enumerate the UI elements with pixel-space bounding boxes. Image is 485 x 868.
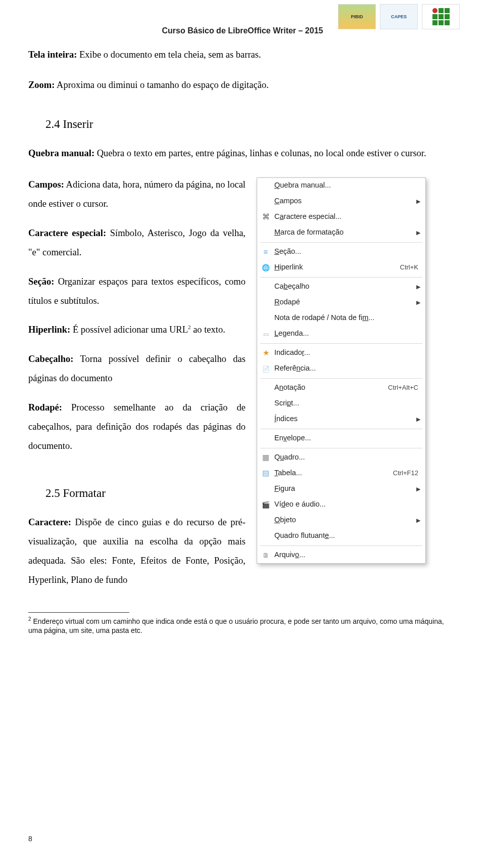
- left-column: Campos: Adiciona data, hora, número da p…: [28, 175, 246, 592]
- menu-item[interactable]: Legenda...: [257, 326, 425, 342]
- para-quebra: Quebra manual: Quebra o texto em partes,…: [28, 144, 457, 163]
- label-tela: Tela inteira:: [28, 50, 77, 60]
- menu-item-label: Figura: [274, 485, 415, 493]
- menu-shortcut: Ctrl+K: [400, 264, 421, 271]
- ifrn-logo: [422, 4, 460, 29]
- para-caractere-esp: Caractere especial: Símbolo, Asterisco, …: [28, 224, 246, 262]
- text-tela: Exibe o documento em tela cheia, sem as …: [77, 50, 261, 60]
- menu-separator: [260, 429, 422, 429]
- submenu-arrow-icon: ▶: [415, 284, 421, 290]
- para-cabecalho: Cabeçalho: Torna possível definir o cabe…: [28, 350, 246, 388]
- menu-item-label: Envelope...: [274, 434, 421, 442]
- menu-separator: [260, 545, 422, 546]
- menu-item-label: Quebra manual...: [274, 181, 421, 190]
- menu-item[interactable]: Índices▶: [257, 412, 425, 427]
- label-rodape: Rodapé:: [28, 402, 62, 413]
- menu-item[interactable]: Rodapé▶: [257, 295, 425, 310]
- right-column: Quebra manual...Campos▶Caractere especia…: [257, 175, 426, 564]
- menu-item[interactable]: Cabeçalho▶: [257, 279, 425, 295]
- submenu-arrow-icon: ▶: [415, 416, 421, 422]
- footnote-2: 2 Endereço virtual com um caminho que in…: [0, 616, 485, 635]
- menu-item-label: Nota de rodapé / Nota de fim...: [274, 314, 421, 322]
- menu-item-label: Caractere especial...: [274, 213, 421, 221]
- menu-item-label: Objeto: [274, 516, 415, 524]
- menu-item[interactable]: Nota de rodapé / Nota de fim...: [257, 310, 425, 326]
- page-header: Curso Básico de LibreOffice Writer – 201…: [0, 0, 485, 45]
- pibid-logo: PIBID: [338, 4, 376, 29]
- menu-item[interactable]: Vídeo e áudio...: [257, 497, 425, 513]
- menu-item-label: Vídeo e áudio...: [274, 500, 421, 509]
- submenu-arrow-icon: ▶: [415, 230, 421, 236]
- video-icon: [257, 500, 274, 509]
- menu-item[interactable]: Arquivo...: [257, 547, 425, 563]
- legend-icon: [257, 330, 274, 338]
- table-icon: [257, 469, 274, 478]
- page-number: 8: [28, 835, 32, 843]
- label-quebra: Quebra manual:: [28, 148, 94, 158]
- text-quebra: Quebra o texto em partes, entre páginas,…: [94, 148, 426, 158]
- menu-item[interactable]: Tabela...Ctrl+F12: [257, 466, 425, 481]
- para-caractere: Caractere: Dispõe de cinco guias e do re…: [28, 513, 246, 590]
- menu-item[interactable]: Objeto▶: [257, 513, 425, 528]
- menu-item-label: Índices: [274, 415, 415, 423]
- submenu-arrow-icon: ▶: [415, 299, 421, 305]
- frame-icon: [257, 453, 274, 462]
- footnote-separator: [28, 612, 129, 613]
- menu-item-label: Anotação: [274, 384, 388, 392]
- menu-item[interactable]: Referência...: [257, 361, 425, 377]
- menu-item-label: Rodapé: [274, 298, 415, 306]
- ref-icon: [257, 364, 274, 373]
- menu-shortcut: Ctrl+F12: [393, 470, 421, 477]
- logo-row: PIBID CAPES: [338, 4, 460, 29]
- menu-item-label: Indicador...: [274, 349, 421, 357]
- menu-separator: [260, 448, 422, 448]
- text-hiperlink-post: ao texto.: [191, 325, 225, 335]
- text-zoom: Aproxima ou diminui o tamanho do espaço …: [55, 80, 268, 90]
- inserir-menu-screenshot: Quebra manual...Campos▶Caractere especia…: [257, 177, 426, 564]
- menu-item[interactable]: Quadro flutuante...: [257, 528, 425, 544]
- menu-item[interactable]: Quebra manual...: [257, 178, 425, 194]
- menu-separator: [260, 378, 422, 379]
- label-secao: Seção:: [28, 277, 54, 287]
- star-icon: [257, 349, 274, 357]
- capes-logo: CAPES: [380, 4, 418, 29]
- menu-item[interactable]: Envelope...: [257, 431, 425, 446]
- submenu-arrow-icon: ▶: [415, 517, 421, 523]
- label-zoom: Zoom:: [28, 80, 55, 90]
- menu-item-label: Quadro flutuante...: [274, 532, 421, 540]
- menu-item[interactable]: Figura▶: [257, 481, 425, 497]
- menu-item-label: Tabela...: [274, 469, 393, 477]
- menu-item-label: Quadro...: [274, 453, 421, 462]
- para-rodape: Rodapé: Processo semelhante ao da criaçã…: [28, 398, 246, 456]
- menu-item[interactable]: Indicador...: [257, 345, 425, 361]
- menu-item-label: Seção...: [274, 248, 421, 256]
- heading-25-formatar: 2.5 Formatar: [45, 481, 246, 505]
- menu-item[interactable]: HiperlinkCtrl+K: [257, 260, 425, 276]
- menu-item[interactable]: Campos▶: [257, 194, 425, 209]
- menu-item-label: Script...: [274, 399, 421, 407]
- menu-separator: [260, 277, 422, 278]
- para-secao: Seção: Organizar espaços para textos esp…: [28, 272, 246, 311]
- menu-item-label: Hiperlink: [274, 263, 400, 271]
- label-caractere: Caractere:: [28, 517, 71, 527]
- para-hiperlink: Hiperlink: É possível adicionar uma URL2…: [28, 321, 246, 340]
- menu-item[interactable]: Quadro...: [257, 450, 425, 466]
- label-campos: Campos:: [28, 179, 64, 190]
- menu-separator: [260, 242, 422, 243]
- menu-item[interactable]: Seção...: [257, 244, 425, 260]
- menu-item-label: Referência...: [274, 364, 421, 373]
- submenu-arrow-icon: ▶: [415, 486, 421, 492]
- menu-item[interactable]: Caractere especial...: [257, 209, 425, 225]
- menu-item[interactable]: Script...: [257, 396, 425, 412]
- heading-24-inserir: 2.4 Inserir: [45, 112, 457, 136]
- menu-item-label: Campos: [274, 197, 415, 205]
- para-campos: Campos: Adiciona data, hora, número da p…: [28, 175, 246, 214]
- menu-item[interactable]: AnotaçãoCtrl+Alt+C: [257, 380, 425, 396]
- file-icon: [257, 551, 274, 560]
- menu-item[interactable]: Marca de formatação▶: [257, 225, 425, 241]
- hlink-icon: [257, 263, 274, 272]
- para-tela-inteira: Tela inteira: Exibe o documento em tela …: [28, 45, 457, 65]
- section-icon: [257, 248, 274, 256]
- submenu-arrow-icon: ▶: [415, 198, 421, 204]
- label-hiperlink: Hiperlink:: [28, 325, 70, 335]
